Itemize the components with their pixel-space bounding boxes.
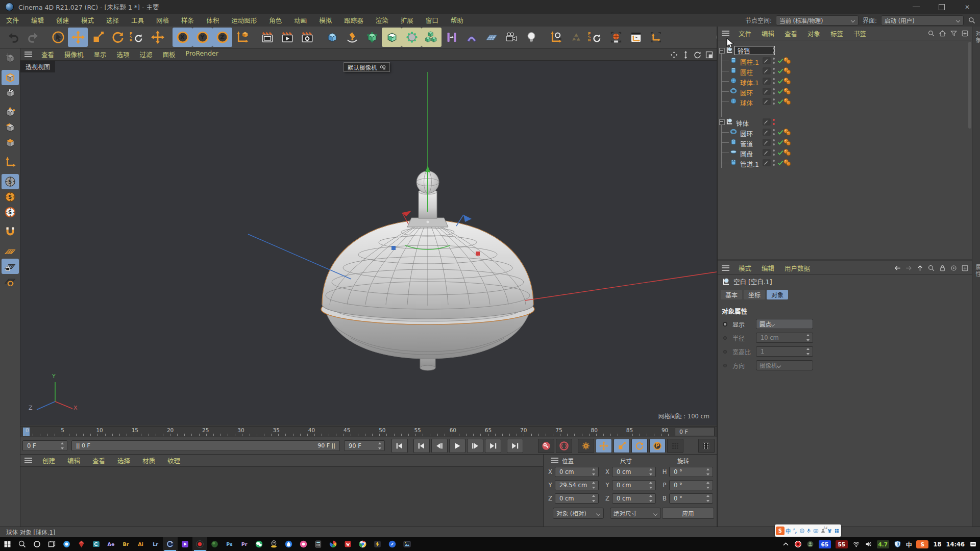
start-frame-field[interactable]: 0 F bbox=[22, 440, 67, 451]
position-mode-dropdown[interactable]: 对象 (相对) bbox=[553, 508, 604, 519]
sogou-logo[interactable]: S bbox=[776, 527, 785, 535]
object-manager-scrollbar[interactable] bbox=[968, 42, 971, 129]
om-menu-5[interactable]: 书签 bbox=[848, 29, 871, 38]
key-circle-icon[interactable] bbox=[723, 322, 727, 327]
position-x-field[interactable]: 0 cm bbox=[555, 467, 599, 477]
apply-button[interactable]: 应用 bbox=[662, 508, 714, 519]
object-manager-menu-icon[interactable] bbox=[722, 31, 729, 36]
edit-toggle[interactable] bbox=[763, 118, 771, 126]
display-dropdown[interactable]: 圆点 bbox=[756, 319, 813, 329]
orientation-dropdown[interactable]: 摄像机 bbox=[756, 360, 813, 370]
visibility-dots[interactable] bbox=[773, 78, 775, 84]
tab-object[interactable]: 对象 bbox=[767, 290, 788, 299]
material-menu-icon[interactable] bbox=[24, 458, 32, 463]
rotate-view-control[interactable] bbox=[693, 51, 702, 59]
viewport-menu-3[interactable]: 选项 bbox=[112, 49, 135, 59]
sogou-emoji[interactable] bbox=[799, 525, 805, 536]
object-rename-field[interactable]: 铃铛 bbox=[734, 46, 775, 55]
start-button[interactable] bbox=[0, 537, 15, 551]
close-button[interactable]: ✕ bbox=[954, 0, 980, 14]
app-chrome[interactable] bbox=[355, 537, 370, 551]
am-add-icon[interactable] bbox=[961, 264, 969, 272]
phong-tag-icon[interactable] bbox=[783, 57, 791, 65]
size-mode-dropdown[interactable]: 绝对尺寸 bbox=[610, 508, 661, 519]
om-add-icon[interactable] bbox=[961, 30, 969, 37]
goto-start-button[interactable] bbox=[391, 439, 408, 453]
keyframe-position-button[interactable] bbox=[596, 439, 612, 453]
app-qq[interactable] bbox=[266, 537, 281, 551]
keyframe-scale-button[interactable] bbox=[614, 439, 630, 453]
texture-mode-button[interactable] bbox=[2, 85, 19, 101]
app-netdisk[interactable] bbox=[281, 537, 296, 551]
record-options-button[interactable] bbox=[578, 439, 594, 453]
viewport-menu-5[interactable]: 面板 bbox=[158, 49, 181, 59]
phong-tag-icon[interactable] bbox=[783, 77, 791, 85]
om-menu-3[interactable]: 对象 bbox=[802, 29, 825, 38]
zoom-view-control[interactable] bbox=[681, 51, 690, 59]
live-selection-tool[interactable] bbox=[48, 28, 68, 47]
attribute-menu-icon[interactable] bbox=[722, 265, 729, 271]
object-row[interactable]: 圆柱 bbox=[718, 66, 972, 76]
edit-toggle[interactable] bbox=[763, 67, 771, 74]
position-y-field[interactable]: 29.54 cm bbox=[555, 480, 599, 490]
edit-toggle[interactable] bbox=[763, 98, 771, 105]
main-menu-17[interactable]: 帮助 bbox=[445, 15, 470, 25]
main-menu-8[interactable]: 体积 bbox=[200, 15, 225, 25]
sogou-tray[interactable]: S bbox=[916, 540, 928, 548]
render-view-button[interactable] bbox=[257, 28, 277, 47]
main-menu-15[interactable]: 扩展 bbox=[395, 15, 420, 25]
cpu-meter[interactable]: 65 bbox=[819, 540, 831, 548]
om-menu-1[interactable]: 编辑 bbox=[756, 29, 779, 38]
pan-view-control[interactable] bbox=[670, 51, 678, 59]
floor-button[interactable] bbox=[481, 28, 501, 47]
app-orb[interactable] bbox=[207, 537, 222, 551]
app-wechat[interactable] bbox=[252, 537, 266, 551]
viewport-canvas[interactable]: 透视视图 默认摄像机 网格间距 : 100 cm Y Z X bbox=[20, 61, 717, 425]
main-menu-9[interactable]: 运动图形 bbox=[225, 15, 263, 25]
active-object-row[interactable]: 空白 [空白.1] bbox=[722, 277, 772, 286]
om-filter-icon[interactable] bbox=[950, 30, 958, 37]
edit-toggle[interactable] bbox=[763, 129, 771, 136]
edit-toggle[interactable] bbox=[763, 88, 771, 95]
viewport-solo-hierarchy-button[interactable]: S bbox=[2, 205, 19, 220]
main-menu-2[interactable]: 创建 bbox=[50, 15, 75, 25]
edit-toggle[interactable] bbox=[763, 159, 771, 166]
visibility-dots[interactable] bbox=[773, 68, 775, 74]
edit-toggle[interactable] bbox=[763, 57, 771, 64]
render-picture-viewer-button[interactable] bbox=[277, 28, 297, 47]
interface-search-icon[interactable] bbox=[968, 16, 976, 24]
coordinate-system-toggle[interactable] bbox=[232, 28, 252, 47]
main-menu-1[interactable]: 编辑 bbox=[25, 15, 50, 25]
material-menu-0[interactable]: 创建 bbox=[36, 456, 61, 465]
main-menu-5[interactable]: 工具 bbox=[125, 15, 150, 25]
volume-builder-button[interactable] bbox=[402, 28, 422, 47]
visibility-dots[interactable] bbox=[773, 139, 775, 145]
app-photos[interactable] bbox=[400, 537, 414, 551]
minimize-button[interactable] bbox=[903, 0, 929, 14]
object-row[interactable]: 球体.1 bbox=[718, 76, 972, 86]
edit-toggle[interactable] bbox=[763, 139, 771, 146]
collapse-icon[interactable] bbox=[719, 119, 725, 125]
app-recorder[interactable] bbox=[192, 537, 207, 551]
axis-modify-button[interactable] bbox=[546, 28, 566, 47]
app-quark[interactable] bbox=[59, 537, 74, 551]
edges-mode-button[interactable] bbox=[2, 120, 19, 135]
temp-widget[interactable]: 18 bbox=[933, 541, 941, 548]
undo-button[interactable] bbox=[3, 28, 23, 47]
object-row[interactable]: 管道.1 bbox=[718, 158, 972, 168]
am-menu-1[interactable]: 编辑 bbox=[756, 263, 779, 273]
timeline-ruler[interactable]: 051015202530354045505560657075808590 0 F bbox=[20, 426, 717, 437]
om-menu-4[interactable]: 标签 bbox=[825, 29, 848, 38]
keyframe-pla-button[interactable] bbox=[667, 439, 683, 453]
am-search-icon[interactable] bbox=[927, 264, 935, 272]
camera-button[interactable] bbox=[501, 28, 521, 47]
main-menu-4[interactable]: 选择 bbox=[100, 15, 125, 25]
make-editable-button[interactable] bbox=[2, 51, 19, 66]
size-z-field[interactable]: 0 cm bbox=[612, 493, 656, 504]
spinner-icon[interactable] bbox=[60, 442, 65, 449]
viewport-menu-4[interactable]: 过滤 bbox=[135, 49, 158, 59]
main-menu-11[interactable]: 动画 bbox=[288, 15, 313, 25]
app-after-effects[interactable]: Ae bbox=[104, 537, 118, 551]
workplane-axis-button[interactable] bbox=[646, 28, 666, 47]
sogou-ime-cn[interactable]: 中 bbox=[785, 525, 792, 536]
